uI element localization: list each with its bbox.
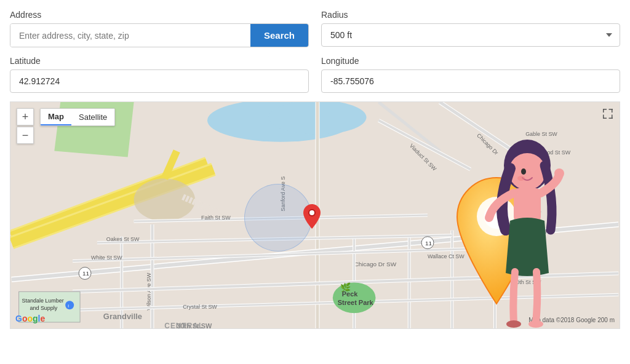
svg-point-92 bbox=[517, 176, 525, 181]
svg-rect-80 bbox=[612, 109, 613, 113]
svg-point-65 bbox=[65, 301, 74, 309]
svg-text:Crystal St SW: Crystal St SW bbox=[183, 304, 217, 310]
svg-text:Grandville: Grandville bbox=[103, 312, 142, 321]
expand-icon[interactable] bbox=[602, 108, 613, 122]
address-row: Search bbox=[10, 23, 309, 47]
svg-text:11: 11 bbox=[82, 270, 90, 277]
svg-rect-78 bbox=[603, 109, 604, 113]
map-container[interactable]: Sanford Ave S Chicago Dr SW Wilson Ave S… bbox=[10, 101, 620, 329]
svg-text:Chicago Dr SW: Chicago Dr SW bbox=[354, 261, 397, 267]
svg-point-91 bbox=[521, 168, 526, 175]
latitude-label: Latitude bbox=[10, 56, 309, 66]
svg-text:White St SW: White St SW bbox=[91, 255, 122, 261]
radius-circle bbox=[244, 184, 312, 251]
svg-text:Oakes St SW: Oakes St SW bbox=[106, 236, 140, 242]
search-button[interactable]: Search bbox=[250, 24, 308, 47]
svg-point-95 bbox=[506, 320, 521, 328]
svg-text:🌿: 🌿 bbox=[340, 282, 351, 293]
svg-rect-82 bbox=[603, 115, 604, 119]
character-illustration bbox=[460, 132, 583, 328]
address-label: Address bbox=[10, 10, 309, 20]
svg-text:11: 11 bbox=[425, 240, 433, 247]
svg-point-94 bbox=[554, 168, 564, 178]
latitude-input[interactable] bbox=[10, 69, 309, 93]
google-brand: Google bbox=[15, 314, 45, 323]
svg-text:Wilson Ave SW: Wilson Ave SW bbox=[146, 272, 152, 310]
radius-label: Radius bbox=[321, 10, 620, 20]
address-input[interactable] bbox=[10, 24, 250, 47]
svg-rect-84 bbox=[612, 115, 613, 119]
svg-text:Standale Lumber: Standale Lumber bbox=[22, 298, 64, 304]
svg-text:CENTRAL: CENTRAL bbox=[164, 322, 204, 328]
map-zoom-controls: + − bbox=[17, 108, 34, 144]
svg-text:i: i bbox=[68, 303, 69, 309]
zoom-in-button[interactable]: + bbox=[17, 108, 34, 125]
svg-point-86 bbox=[309, 210, 314, 215]
longitude-label: Longitude bbox=[321, 56, 620, 66]
svg-point-96 bbox=[528, 320, 543, 328]
map-type-map-button[interactable]: Map bbox=[41, 109, 71, 125]
longitude-input[interactable] bbox=[321, 69, 620, 93]
map-type-satellite-button[interactable]: Satellite bbox=[71, 109, 114, 125]
location-pin bbox=[303, 204, 321, 231]
svg-text:and Supply: and Supply bbox=[30, 305, 58, 311]
map-type-controls: Map Satellite bbox=[40, 108, 115, 126]
svg-text:Street Park: Street Park bbox=[338, 299, 374, 306]
svg-text:Faith St SW: Faith St SW bbox=[201, 215, 231, 221]
radius-select[interactable]: 100 ft 200 ft 500 ft 1000 ft 1 mile 5 mi… bbox=[321, 23, 620, 47]
zoom-out-button[interactable]: − bbox=[17, 127, 34, 144]
